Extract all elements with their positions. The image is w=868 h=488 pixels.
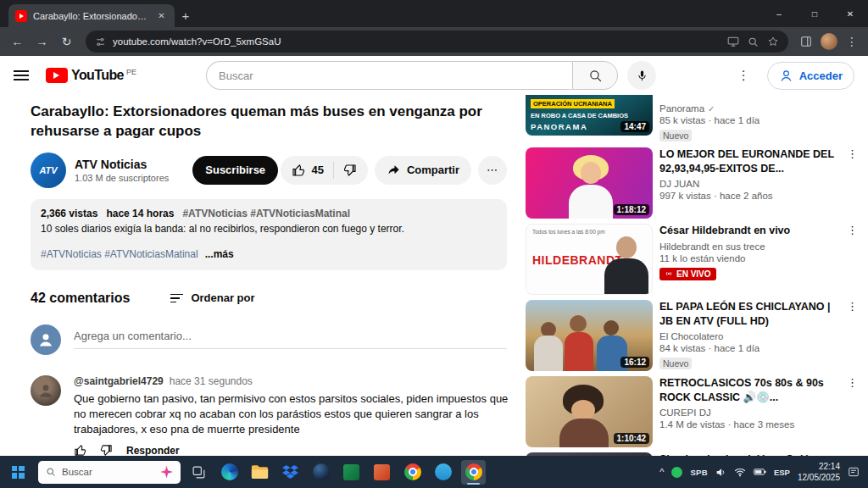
video-thumbnail[interactable]: 16:12 bbox=[526, 300, 653, 371]
site-info-icon[interactable] bbox=[95, 36, 106, 47]
tray-chevron-up-icon[interactable]: ^ bbox=[659, 467, 664, 477]
wifi-icon[interactable] bbox=[734, 468, 746, 477]
description-box[interactable]: 2,366 vistashace 14 horas#ATVNoticias #A… bbox=[31, 199, 507, 270]
show-more-link[interactable]: ...más bbox=[205, 248, 234, 260]
new-tab-button[interactable]: + bbox=[175, 4, 197, 27]
search-input[interactable] bbox=[219, 69, 560, 82]
video-channel[interactable]: DJ JUAN bbox=[659, 179, 843, 189]
browser-profile-avatar[interactable] bbox=[821, 33, 837, 50]
back-button[interactable]: ← bbox=[7, 31, 28, 53]
zoom-icon[interactable] bbox=[748, 36, 759, 47]
description-hashtags[interactable]: #ATVNoticias #ATVNoticiasMatinal bbox=[41, 248, 198, 260]
video-channel[interactable]: El Chocolatero bbox=[659, 331, 843, 341]
video-channel[interactable]: Hildebrandt en sus trece bbox=[659, 241, 843, 252]
thumbnail-figure bbox=[569, 185, 613, 219]
copilot-icon[interactable] bbox=[160, 466, 173, 479]
taskbar-search-input[interactable] bbox=[62, 467, 154, 477]
stats-hashtags[interactable]: #ATVNoticias #ATVNoticiasMatinal bbox=[182, 208, 350, 219]
related-video-item[interactable]: 1:10:42 RETROCLASICOS 70s 80s & 90s ROCK… bbox=[526, 376, 856, 447]
video-thumbnail[interactable]: 1:18:12 bbox=[526, 147, 653, 219]
window-maximize-button[interactable]: □ bbox=[797, 0, 832, 27]
taskbar-search-box[interactable] bbox=[38, 461, 181, 484]
video-title[interactable]: César Hildebrandt en vivo bbox=[659, 224, 843, 238]
related-video-item[interactable]: 1:18:12 LO MEJOR DEL EURONANDE DEL 92,93… bbox=[526, 147, 856, 219]
task-view-button[interactable] bbox=[186, 460, 211, 485]
video-title[interactable]: EL PAPA LEÓN ES CHICLAYANO | JB EN ATV (… bbox=[659, 300, 843, 328]
browser-menu-icon[interactable]: ⋮ bbox=[846, 35, 858, 48]
clock[interactable]: 22:14 12/05/2025 bbox=[798, 461, 840, 483]
dropbox-icon[interactable] bbox=[278, 460, 303, 485]
telegram-icon[interactable] bbox=[431, 460, 455, 485]
video-thumbnail[interactable] bbox=[526, 452, 653, 456]
keyboard-language[interactable]: ESP bbox=[774, 468, 790, 477]
url-text[interactable]: youtube.com/watch?v=OrD_5xmGSaU bbox=[113, 36, 721, 47]
dislike-button[interactable] bbox=[334, 164, 368, 177]
edge-icon[interactable] bbox=[217, 460, 242, 485]
related-video-item[interactable]: Sicarios desde prisión: ¿Quién bbox=[526, 452, 856, 456]
video-title[interactable]: LO MEJOR DEL EURONANDE DEL 92,93,94,95-E… bbox=[659, 147, 843, 175]
voice-search-button[interactable] bbox=[627, 61, 656, 90]
video-kebab-icon[interactable]: ⋮ bbox=[847, 147, 858, 160]
video-kebab-icon[interactable]: ⋮ bbox=[847, 376, 858, 389]
browser-tab[interactable]: Carabayllo: Extorsionadores queman más b… bbox=[8, 4, 175, 27]
window-close-button[interactable]: ✕ bbox=[832, 0, 868, 27]
video-title[interactable]: Sicarios desde prisión: ¿Quién bbox=[659, 452, 843, 456]
like-button[interactable]: 45 bbox=[281, 164, 332, 177]
chrome-active-icon[interactable] bbox=[461, 460, 486, 485]
search-button[interactable] bbox=[572, 61, 618, 90]
tray-app-label[interactable]: SPB bbox=[690, 468, 707, 477]
comment-like-icon[interactable] bbox=[74, 444, 86, 456]
notification-center-icon[interactable] bbox=[848, 466, 860, 478]
volume-icon[interactable] bbox=[715, 467, 726, 478]
youtube-logo[interactable]: YouTube PE bbox=[46, 68, 136, 83]
com­ment-dislike-icon[interactable] bbox=[100, 444, 113, 456]
header-kebab-icon[interactable]: ⋮ bbox=[737, 68, 750, 83]
channel-avatar[interactable]: ATV bbox=[31, 152, 66, 188]
tray-app-icon[interactable] bbox=[671, 467, 682, 478]
powerpoint-icon[interactable] bbox=[370, 460, 394, 485]
video-thumbnail[interactable]: 1:10:42 bbox=[526, 376, 653, 447]
channel-name[interactable]: ATV Noticias bbox=[75, 158, 169, 171]
comment-author[interactable]: @saintgabriel4729 bbox=[74, 375, 164, 387]
comment-item: @saintgabriel4729hace 31 segundos Que go… bbox=[31, 375, 520, 456]
window-minimize-button[interactable]: – bbox=[761, 0, 797, 27]
battery-icon[interactable] bbox=[754, 468, 766, 476]
sort-comments-button[interactable]: Ordenar por bbox=[170, 291, 254, 304]
comment-time[interactable]: hace 31 segundos bbox=[170, 375, 253, 387]
thumbnail-figure bbox=[604, 320, 619, 336]
video-kebab-icon[interactable]: ⋮ bbox=[847, 224, 858, 236]
windows-taskbar: ^ SPB ESP 22:14 12/05/2025 bbox=[0, 456, 868, 488]
excel-icon[interactable] bbox=[339, 460, 364, 485]
thumbnail-brand: PANORAMA bbox=[531, 122, 587, 131]
share-button[interactable]: Compartir bbox=[375, 156, 471, 185]
side-panel-icon[interactable] bbox=[800, 36, 812, 47]
related-video-item[interactable]: OPERACIÓN UCRANIANA EN ROBO A CASA DE CA… bbox=[526, 95, 856, 142]
video-thumbnail[interactable]: OPERACIÓN UCRANIANA EN ROBO A CASA DE CA… bbox=[526, 95, 653, 136]
forward-button[interactable]: → bbox=[31, 31, 53, 53]
video-thumbnail[interactable]: Todos los lunes a las 8:00 pm HILDEBRAND… bbox=[526, 224, 653, 295]
commenter-avatar[interactable] bbox=[31, 375, 61, 406]
tab-close-icon[interactable]: ✕ bbox=[155, 9, 168, 22]
more-actions-button[interactable]: ⋯ bbox=[478, 156, 507, 185]
bookmark-star-icon[interactable] bbox=[767, 36, 779, 47]
address-bar[interactable]: youtube.com/watch?v=OrD_5xmGSaU bbox=[86, 30, 788, 53]
steam-icon[interactable] bbox=[309, 460, 333, 485]
signin-button[interactable]: Acceder bbox=[767, 62, 854, 90]
video-channel[interactable]: CUREPI DJ bbox=[659, 408, 843, 418]
reply-button[interactable]: Responder bbox=[126, 445, 180, 456]
related-video-item[interactable]: 16:12 EL PAPA LEÓN ES CHICLAYANO | JB EN… bbox=[526, 300, 856, 371]
menu-hamburger-icon[interactable] bbox=[14, 70, 29, 80]
reload-button[interactable]: ↻ bbox=[56, 31, 77, 53]
video-title[interactable]: RETROCLASICOS 70s 80s & 90s ROCK CLASSIC… bbox=[659, 376, 843, 404]
subscribe-button[interactable]: Suscribirse bbox=[192, 156, 278, 185]
start-button[interactable] bbox=[3, 459, 32, 485]
thumbnail-figure bbox=[570, 315, 587, 332]
chrome-icon[interactable] bbox=[400, 460, 425, 485]
file-explorer-icon[interactable] bbox=[248, 460, 272, 485]
comment-input[interactable]: Agrega un comentario... bbox=[74, 330, 507, 349]
search-box[interactable] bbox=[206, 61, 572, 90]
related-video-item[interactable]: Todos los lunes a las 8:00 pm HILDEBRAND… bbox=[526, 224, 856, 295]
video-channel[interactable]: Panorama✓ bbox=[659, 103, 843, 114]
video-kebab-icon[interactable]: ⋮ bbox=[847, 300, 858, 313]
cast-icon[interactable] bbox=[727, 36, 739, 47]
